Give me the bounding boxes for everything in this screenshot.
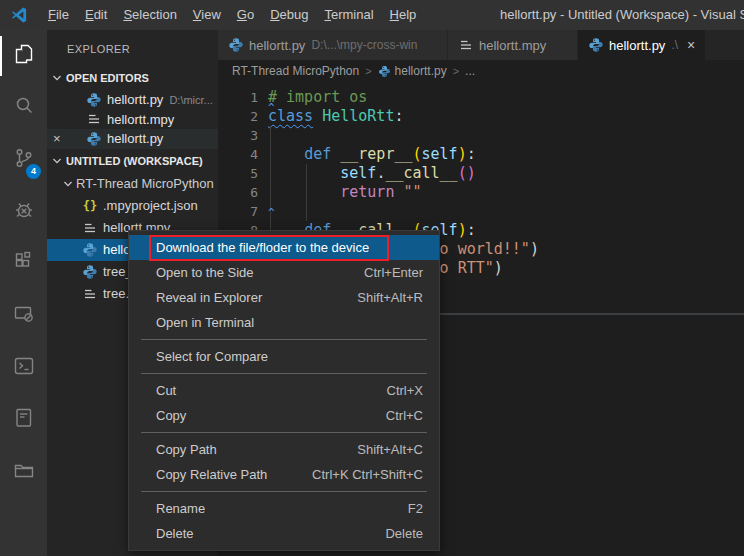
open-editor-row[interactable]: ×hellortt.py	[47, 129, 218, 149]
open-editors-header[interactable]: OPEN EDITORS	[47, 66, 218, 90]
breadcrumb-file[interactable]: hellortt.py	[395, 64, 447, 78]
menu-item-copy[interactable]: CopyCtrl+C	[129, 403, 439, 428]
activitybar-explorer[interactable]	[0, 30, 47, 82]
window-title: hellortt.py - Untitled (Workspace) - Vis…	[500, 0, 744, 30]
activitybar-debug[interactable]	[0, 186, 47, 238]
code-line: 2class HelloRtt:	[218, 107, 744, 126]
chevron-down-icon	[63, 179, 73, 189]
tab-bar: hellortt.pyD:\...\mpy-cross-winhellortt.…	[218, 30, 744, 60]
tab-path-detail: .\	[671, 38, 678, 52]
activitybar-search[interactable]	[0, 82, 47, 134]
menubar-item-edit[interactable]: Edit	[77, 0, 115, 30]
search-icon	[12, 94, 36, 122]
code-line: 6 return ""	[218, 183, 744, 202]
code-text: def __repr__(self):	[258, 145, 476, 164]
indent-guide	[270, 126, 271, 240]
code-line: 5 self.__call__()	[218, 164, 744, 183]
chevron-down-icon	[52, 156, 62, 166]
tab-label: hellortt.mpy	[479, 38, 546, 53]
mpy-file-icon	[86, 111, 102, 127]
code-line: 1# import os	[218, 88, 744, 107]
menu-item-label: Reveal in Explorer	[156, 290, 262, 305]
line-number: 2	[218, 107, 258, 126]
explorer-icon	[12, 42, 36, 70]
workspace-label: UNTITLED (WORKSPACE)	[66, 155, 203, 167]
open-editors-list: hellortt.pyD:\micr...hellortt.mpy×hellor…	[47, 90, 218, 149]
menu-item-delete[interactable]: DeleteDelete	[129, 521, 439, 546]
menu-separator	[141, 373, 427, 374]
tab-hellortt-mpy[interactable]: hellortt.mpy	[448, 30, 578, 60]
remote-device-icon	[12, 302, 36, 330]
activitybar-terminal-panel[interactable]	[0, 342, 47, 394]
menu-item-copy-path[interactable]: Copy PathShift+Alt+C	[129, 437, 439, 462]
line-number: 3	[218, 126, 258, 145]
file-name: hellortt.py	[107, 131, 163, 146]
python-file-icon	[86, 92, 102, 108]
line-number: 7	[218, 202, 258, 221]
menubar-item-view[interactable]: View	[185, 0, 229, 30]
file-name: hellortt.mpy	[107, 112, 174, 127]
menu-item-label: Copy Relative Path	[156, 467, 267, 482]
python-file-icon	[82, 242, 98, 258]
open-editor-row[interactable]: hellortt.pyD:\micr...	[47, 90, 218, 110]
code-line: 4 def __repr__(self):	[218, 145, 744, 164]
breadcrumb-folder[interactable]: RT-Thread MicroPython	[232, 64, 359, 78]
menu-item-rename[interactable]: RenameF2	[129, 496, 439, 521]
menubar-item-help[interactable]: Help	[382, 0, 425, 30]
menu-item-label: Copy	[156, 408, 186, 423]
menubar-item-terminal[interactable]: Terminal	[316, 0, 381, 30]
line-number: 6	[218, 183, 258, 202]
code-text	[258, 126, 268, 145]
activitybar-notes[interactable]	[0, 394, 47, 446]
mpy-file-icon	[82, 220, 98, 236]
error-caret: ^	[268, 203, 275, 222]
menu-separator	[141, 432, 427, 433]
close-icon[interactable]: ×	[53, 129, 61, 149]
menu-item-label: Delete	[156, 526, 194, 541]
menu-item-label: Download the file/floder to the device	[156, 240, 369, 255]
close-icon[interactable]: ×	[687, 37, 695, 53]
error-caret: ^	[268, 98, 275, 117]
activitybar-folders[interactable]	[0, 446, 47, 498]
menu-item-download-the-file-floder-to-the-device[interactable]: Download the file/floder to the device	[129, 235, 439, 260]
tree-item--mpyproject-json[interactable]: {}.mpyproject.json	[47, 195, 218, 217]
open-editor-row[interactable]: hellortt.mpy	[47, 110, 218, 130]
tree-folder-rt-thread[interactable]: RT-Thread MicroPython	[47, 173, 218, 195]
menu-item-shortcut: Shift+Alt+R	[357, 290, 423, 305]
code-text: return ""	[258, 183, 422, 202]
activitybar-source-control[interactable]: 4	[0, 134, 47, 186]
file-name: hellortt.py	[107, 92, 163, 107]
open-editors-label: OPEN EDITORS	[66, 72, 149, 84]
menu-item-copy-relative-path[interactable]: Copy Relative PathCtrl+K Ctrl+Shift+C	[129, 462, 439, 487]
indent-guide	[306, 164, 307, 221]
breadcrumb-symbol[interactable]: ...	[465, 64, 475, 78]
menubar-item-debug[interactable]: Debug	[262, 0, 316, 30]
menu-item-label: Open to the Side	[156, 265, 254, 280]
breadcrumb-separator: >	[365, 65, 371, 77]
file-path-detail: D:\micr...	[169, 94, 212, 106]
menu-item-reveal-in-explorer[interactable]: Reveal in ExplorerShift+Alt+R	[129, 285, 439, 310]
menubar: FileEditSelectionViewGoDebugTerminalHelp	[40, 0, 424, 30]
sidebar-title: EXPLORER	[47, 30, 218, 66]
menu-item-open-to-the-side[interactable]: Open to the SideCtrl+Enter	[129, 260, 439, 285]
line-number: 4	[218, 145, 258, 164]
menubar-item-selection[interactable]: Selection	[115, 0, 184, 30]
vscode-window: { "window": { "title": "hellortt.py - Un…	[0, 0, 744, 556]
code-line: 3	[218, 126, 744, 145]
activitybar-remote-device[interactable]	[0, 290, 47, 342]
menu-item-cut[interactable]: CutCtrl+X	[129, 378, 439, 403]
activitybar-extensions[interactable]	[0, 238, 47, 290]
workspace-header[interactable]: UNTITLED (WORKSPACE)	[47, 149, 218, 173]
menu-item-open-in-terminal[interactable]: Open in Terminal	[129, 310, 439, 335]
menu-item-select-for-compare[interactable]: Select for Compare	[129, 344, 439, 369]
python-file-icon	[86, 131, 102, 147]
line-number: 1	[218, 88, 258, 107]
menu-item-shortcut: Ctrl+C	[386, 408, 423, 423]
activity-bar: 4	[0, 30, 47, 556]
menubar-item-go[interactable]: Go	[229, 0, 262, 30]
tab-hellortt-py[interactable]: hellortt.pyD:\...\mpy-cross-win	[218, 30, 448, 60]
extensions-icon	[12, 250, 36, 278]
menu-item-shortcut: Delete	[385, 526, 423, 541]
tab-hellortt-py[interactable]: hellortt.py.\×	[578, 30, 706, 60]
menubar-item-file[interactable]: File	[40, 0, 77, 30]
